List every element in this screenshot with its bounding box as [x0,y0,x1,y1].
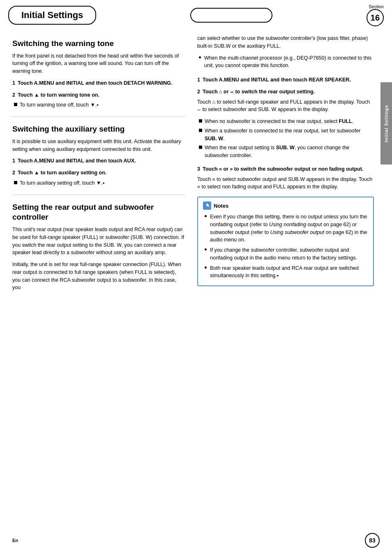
rear-bullet2-text: When a subwoofer is connected to the rea… [205,127,374,143]
sub-step3-number: 3 [197,166,200,172]
notes-header: ✎ Notes [203,202,368,210]
sub-step3-text: Touch « or » to switch the subwoofer out… [203,166,363,172]
notes-box: ✎ Notes Even if you change this setting,… [197,197,374,286]
note1-text: Even if you change this setting, there i… [210,213,368,244]
step1-number: 1 [12,80,15,86]
subwoofer-step3: 3Touch « or » to switch the subwoofer ou… [197,165,374,173]
footer-page-number: 83 [365,533,380,548]
bullet-square-icon [199,146,202,149]
note3-text: Both rear speaker leads output and RCA r… [210,264,368,280]
warning-tone-step2: 2Touch ▲ to turn warning tone on. [12,91,185,99]
section-label: Section [369,4,384,9]
auxiliary-step2: 2Touch ▲ to turn auxiliary setting on. [12,169,185,177]
warning-tone-step1: 1Touch A.MENU and INITIAL and then touch… [12,79,185,87]
continued-text-span: can select whether to use the subwoofer … [197,35,368,49]
rear-step2-text: Touch ⌂ or ⌣ to switch the rear output s… [203,89,315,95]
main-content: Switching the warning tone If the front … [0,30,392,300]
step2-number: 2 [12,92,15,98]
rear-bullet3: When the rear output setting is SUB. W, … [199,144,374,160]
warning-tone-heading: Switching the warning tone [12,39,185,49]
section-number: 16 [367,9,384,26]
note-dot-icon [205,266,207,269]
right-bullet-note: When the multi-channel processor (e.g., … [199,54,374,70]
aux-step2-text: Touch ▲ to turn auxiliary setting on. [18,170,106,176]
note-item-3: Both rear speaker leads output and RCA r… [205,264,368,280]
auxiliary-body: It is possible to use auxiliary equipmen… [12,138,185,153]
page-title: Initial Settings [8,6,96,25]
rear-step2: 2Touch ⌂ or ⌣ to switch the rear output … [197,88,374,96]
bullet1-text: To turn warning tone off, touch ▼.▪ [20,101,99,109]
left-column: Switching the warning tone If the front … [12,35,185,296]
note-item-1: Even if you change this setting, there i… [205,213,368,244]
rear-bullet1-text: When no subwoofer is connected to the re… [205,118,353,125]
bullet-square-icon [14,103,17,106]
note-dot-icon [205,215,207,217]
auxiliary-bullet1: To turn auxiliary setting off, touch ▼.▪ [14,179,185,187]
aux-bullet1-text: To turn auxiliary setting off, touch ▼.▪ [20,179,104,187]
rear-bullet3-text: When the rear output setting is SUB. W, … [205,144,374,160]
bullet-square-icon [199,129,202,132]
rear-step1-number: 1 [197,77,200,83]
step1-text: Touch A.MENU and INITIAL and then touch … [18,80,173,86]
note-item-2: If you change the subwoofer controller, … [205,246,368,262]
aux-step1-number: 1 [12,158,15,164]
warning-tone-section: Switching the warning tone If the front … [12,39,185,109]
footer-lang: En [12,538,18,543]
bullet-square-icon [199,119,202,123]
warning-tone-body: If the front panel is not detached from … [12,52,185,75]
auxiliary-step1: 1Touch A.MENU and INITIAL and then touch… [12,157,185,165]
page-header: Initial Settings Section 16 [0,0,392,26]
sub-step3-body: Touch « to select subwoofer output and S… [197,176,374,191]
sidebar-label: Initial Settings [380,82,392,164]
rear-step2-number: 2 [197,89,200,95]
bullet-dot-icon [199,56,201,58]
section-info: Section 16 [367,4,384,26]
auxiliary-heading: Switching the auxiliary setting [12,124,185,134]
rear-bullet1: When no subwoofer is connected to the re… [199,118,374,125]
continued-text: can select whether to use the subwoofer … [197,35,374,50]
right-bullet-note-text: When the multi-channel processor (e.g., … [204,54,374,70]
rear-bullet2: When a subwoofer is connected to the rea… [199,127,374,143]
note-dot-icon [205,248,207,250]
page-footer: En 83 [0,533,392,548]
rear-output-body1: This unit's rear output (rear speaker le… [12,226,185,257]
divider2 [12,195,185,195]
rear-step1-text: Touch A.MENU and INITIAL and then touch … [203,77,351,83]
aux-step2-number: 2 [12,170,15,176]
rear-output-body2: Initially, the unit is set for rear full… [12,261,185,292]
rear-step1: 1Touch A.MENU and INITIAL and then touch… [197,76,374,84]
note2-text: If you change the subwoofer controller, … [210,246,368,262]
rear-step2-body: Touch ⌂ to select full-range speaker and… [197,98,374,114]
divider1 [12,116,185,117]
header-middle-box [190,8,272,23]
rear-output-section: Setting the rear output and subwoofer co… [12,202,185,292]
bullet-square-icon [14,181,17,184]
rear-output-heading: Setting the rear output and subwoofer co… [12,202,185,222]
aux-step1-text: Touch A.MENU and INITIAL and then touch … [18,158,136,164]
warning-tone-bullet1: To turn warning tone off, touch ▼.▪ [14,101,185,109]
notes-icon: ✎ [203,202,211,210]
right-column: can select whether to use the subwoofer … [197,35,374,296]
notes-title: Notes [214,203,228,209]
auxiliary-section: Switching the auxiliary setting It is po… [12,124,185,187]
step2-text: Touch ▲ to turn warning tone on. [18,92,99,98]
